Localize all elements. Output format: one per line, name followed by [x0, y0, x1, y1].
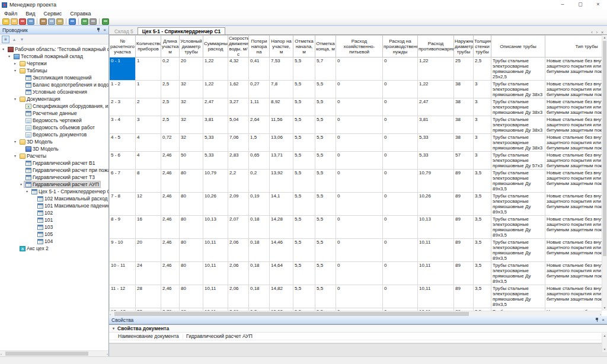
table-hscrollbar[interactable]: ‹ › — [109, 311, 602, 316]
table-cell[interactable]: 0 — [336, 98, 383, 116]
table-cell[interactable]: Трубы стальные электросварные прямошовны… — [491, 262, 545, 285]
table-cell[interactable]: 0 — [336, 58, 383, 81]
table-cell[interactable]: 5,5 — [293, 116, 315, 134]
table-cell[interactable]: 57 — [454, 152, 474, 170]
table-cell[interactable]: 25 — [454, 58, 474, 81]
table-cell[interactable]: 89 — [454, 285, 474, 308]
collapse-icon[interactable]: ▾ — [24, 188, 30, 195]
table-cell[interactable]: 2,47 — [418, 98, 454, 116]
table-cell[interactable]: 12 — [136, 193, 161, 216]
column-header[interactable]: Толщина стенки трубы — [474, 36, 491, 58]
scroll-up-icon[interactable]: ▲ — [602, 333, 607, 339]
table-cell[interactable]: 0 — [336, 239, 383, 262]
table-cell[interactable]: 32 — [180, 81, 203, 98]
table-cell[interactable]: 0,72 — [161, 134, 180, 152]
table-cell[interactable]: 0 — [383, 152, 418, 170]
tree-item[interactable]: xСпецификация оборудования, изделий и ма… — [0, 103, 108, 110]
table-cell[interactable]: Новые стальные без внутреннего защитного… — [545, 262, 602, 285]
table-cell[interactable]: 5,5 — [293, 216, 315, 239]
tree-item[interactable]: ▾Расчеты — [0, 152, 108, 159]
table-cell[interactable]: 5 - 6 — [110, 152, 136, 170]
tools-icon[interactable] — [90, 18, 97, 25]
close-project-icon[interactable] — [19, 18, 26, 25]
table-cell[interactable]: 14,1 — [270, 193, 293, 216]
table-cell[interactable]: 2,46 — [161, 152, 180, 170]
table-cell[interactable]: 3 — [474, 98, 491, 116]
table-cell[interactable]: 1 - 2 — [110, 81, 136, 98]
table-vscrollbar[interactable]: ▲ ▼ — [602, 35, 607, 311]
column-header[interactable]: Отметка начала, м — [293, 36, 315, 58]
table-cell[interactable]: 5,7 — [315, 58, 336, 81]
table-cell[interactable]: 16 — [136, 216, 161, 239]
table-cell[interactable]: Новые стальные без внутреннего защитного… — [545, 98, 602, 116]
table-cell[interactable]: 2,47 — [203, 98, 228, 116]
property-row[interactable]: Наименование документаГидравлический рас… — [109, 333, 607, 340]
move-down-icon[interactable]: ▼ — [19, 37, 25, 41]
table-cell[interactable]: 10,11 — [203, 262, 228, 285]
window-view-icon[interactable] — [48, 18, 55, 25]
table-cell[interactable]: 2,06 — [228, 262, 249, 285]
table-cell[interactable]: 8 — [136, 170, 161, 193]
table-cell[interactable]: Трубы стальные электросварные прямошовны… — [491, 98, 545, 116]
table-cell[interactable]: 2,46 — [161, 216, 180, 239]
table-cell[interactable]: 10,26 — [418, 193, 454, 216]
table-cell[interactable]: 2,83 — [228, 152, 249, 170]
table-cell[interactable]: Трубы стальные электросварные прямошовны… — [491, 134, 545, 152]
table-cell[interactable]: 6 - 7 — [110, 170, 136, 193]
table-cell[interactable]: 2,06 — [228, 239, 249, 262]
table-cell[interactable]: 89 — [454, 262, 474, 285]
table-cell[interactable]: Трубы стальные электросварные прямошовны… — [491, 285, 545, 308]
table-cell[interactable]: Новые стальные без внутреннего защитного… — [545, 216, 602, 239]
table-cell[interactable]: 89 — [454, 239, 474, 262]
tree-item[interactable]: Ведомость объемов работ — [0, 124, 108, 131]
table-cell[interactable]: 7 - 8 — [110, 193, 136, 216]
table-cell[interactable]: 5,5 — [315, 152, 336, 170]
table-cell[interactable]: 10,11 — [418, 285, 454, 308]
table-cell[interactable]: 3,5 — [474, 285, 491, 308]
table-cell[interactable]: 0,18 — [249, 239, 270, 262]
table-cell[interactable]: 10,13 — [418, 216, 454, 239]
table-cell[interactable]: 3,5 — [474, 216, 491, 239]
selected-cell[interactable]: 0 - 1 — [110, 58, 136, 81]
collapse-icon[interactable]: ▾ — [12, 138, 18, 145]
table-cell[interactable]: 5,5 — [293, 152, 315, 170]
collapse-icon[interactable]: ▾ — [1, 46, 6, 53]
explorer-hscrollbar[interactable]: ‹ › — [0, 350, 108, 356]
table-cell[interactable]: 20 — [180, 58, 203, 81]
table-cell[interactable]: 3,5 — [474, 193, 491, 216]
collapse-icon[interactable]: ▾ — [12, 67, 18, 74]
menu-item-файл[interactable]: Файл — [0, 9, 21, 18]
table-cell[interactable]: 10,13 — [203, 216, 228, 239]
table-cell[interactable]: 0 — [383, 193, 418, 216]
table-cell[interactable]: 0,41 — [249, 58, 270, 81]
table-cell[interactable]: 2 — [136, 98, 161, 116]
column-header[interactable]: Количество приборов — [136, 36, 161, 58]
tree-item[interactable]: ▸Чертежи — [0, 60, 108, 67]
column-header[interactable]: Наружный диаметр трубы — [454, 36, 474, 58]
table-cell[interactable]: Трубы стальные электросварные прямошовны… — [491, 193, 545, 216]
table-cell[interactable]: 1,5 — [249, 134, 270, 152]
table-cell[interactable]: 8,92 — [270, 98, 293, 116]
tree-item[interactable]: Условные обозначения — [0, 88, 108, 95]
table-cell[interactable]: 5,5 — [315, 81, 336, 98]
table-cell[interactable]: 5,5 — [293, 262, 315, 285]
table-cell[interactable]: 3 - 4 — [110, 116, 136, 134]
expand-icon[interactable]: ▸ — [12, 60, 18, 67]
table-cell[interactable]: 1,22 — [203, 58, 228, 81]
tab-nav-icons[interactable]: ‹ › × — [591, 30, 607, 34]
table-cell[interactable]: 10,79 — [203, 170, 228, 193]
table-cell[interactable]: 3 — [474, 116, 491, 134]
table-cell[interactable]: 9 - 10 — [110, 239, 136, 262]
table-cell[interactable]: 2,5 — [474, 58, 491, 81]
collapse-icon[interactable]: ▾ — [12, 95, 18, 103]
table-cell[interactable]: Трубы стальные электросварные прямошовны… — [491, 170, 545, 193]
scroll-right-icon[interactable]: › — [107, 352, 108, 356]
table-cell[interactable]: 4 — [136, 134, 161, 152]
table-cell[interactable]: 8 - 9 — [110, 216, 136, 239]
scroll-thumb[interactable] — [5, 352, 88, 356]
table-cell[interactable]: 80 — [180, 193, 203, 216]
table-cell[interactable]: 4 - 5 — [110, 134, 136, 152]
tree-item[interactable]: ▾Гидравлический расчет АУП — [0, 181, 108, 188]
tree-item[interactable]: ▾Таблицы — [0, 67, 108, 74]
table-cell[interactable]: 0 — [383, 216, 418, 239]
